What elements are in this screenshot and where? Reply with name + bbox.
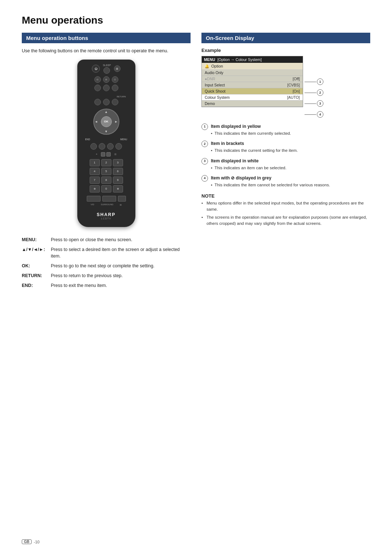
num-6: 6 — [113, 168, 123, 175]
ann-bullet-4: This indicates the item cannot be select… — [211, 182, 370, 188]
menu-label: MENU — [120, 138, 127, 141]
osd-row-audio: Audio Only — [202, 70, 303, 76]
dpad-up: ▲ — [105, 110, 108, 114]
osd-option-icon: 🔔 — [205, 64, 209, 68]
note-bullets: Menu options differ in the selected inpu… — [201, 200, 370, 227]
ann-title-3: Item displayed in white — [211, 158, 370, 164]
osd-row-input: Input Select [CVBS] — [202, 82, 303, 88]
num-special-right: ⊕ — [113, 185, 123, 193]
button-desc-row: OK: Press to go to the next step or comp… — [22, 261, 191, 271]
remote-image: ⏻ SLEEP ⊞ ⊟ ⊞ — [22, 60, 191, 227]
callout-3: 3 — [305, 100, 323, 107]
num-7: 7 — [90, 177, 100, 184]
note-title: NOTE — [201, 193, 370, 199]
callout-area: 1 2 3 4 — [305, 78, 323, 118]
osd-row-dnr-label: ●DNR — [205, 77, 215, 81]
btn-label: OK: — [22, 261, 51, 271]
button-desc-row: ▲/▼/◄/►: Press to select a desired item … — [22, 245, 191, 262]
callout-circle-4: 4 — [317, 111, 323, 118]
callout-circle-1: 1 — [317, 78, 323, 85]
osd-row-qs-label: Quick Shoot — [205, 89, 225, 93]
end-menu-row: END MENU — [82, 138, 130, 141]
power-button: ⏻ — [92, 65, 100, 73]
page-title: Menu operations — [22, 15, 370, 26]
callout-1: 1 — [305, 78, 323, 85]
bottom-label-1: V/D — [91, 203, 94, 206]
num-4: 4 — [90, 168, 100, 175]
num-1: 1 — [90, 159, 100, 166]
ann-circle-3: 3 — [201, 158, 208, 165]
annotation-item: 4 Item with ⊘ displayed in grey This ind… — [201, 175, 370, 188]
vol-row: + ⊞ — [96, 152, 117, 157]
osd-row-dnr-value: [Off] — [293, 77, 300, 81]
return-button — [94, 99, 101, 105]
bottom-label-surround: SURROUND — [101, 203, 114, 206]
osd-rows: Audio Only ●DNR [Off] Input Select [CVBS… — [202, 70, 303, 107]
button-desc-row: END: Press to exit the menu item. — [22, 281, 191, 291]
btn-description: Press to exit the menu item. — [51, 281, 191, 291]
osd-row-colour-label: Colour System — [205, 95, 230, 100]
btn-label: END: — [22, 281, 51, 291]
btn-label: MENU: — [22, 235, 51, 245]
osd-row-dnr: ●DNR [Off] — [202, 76, 303, 82]
footer-badge: GB — [22, 539, 32, 544]
osd-row-demo-label: Demo — [205, 101, 215, 106]
button-descriptions: MENU: Press to open or close the menu sc… — [22, 235, 191, 291]
btn-description: Press to return to the previous step. — [51, 271, 191, 281]
btn-a: ⊟ — [94, 76, 101, 83]
ann-circle-4: 4 — [201, 175, 208, 182]
intro-text: Use the following buttons on the remote … — [22, 48, 191, 54]
right-column: On-Screen Display Example MENU [Option →… — [201, 33, 370, 290]
right-section-header: On-Screen Display — [201, 33, 370, 43]
button-desc-row: RETURN: Press to return to the previous … — [22, 271, 191, 281]
num-3: 3 — [113, 159, 123, 166]
ann-bullet-3: This indicates an item can be selected. — [211, 165, 370, 171]
ann-bullet-1: This indicates the item currently select… — [211, 130, 370, 137]
sharp-logo: SHARP — [97, 212, 115, 217]
footer-page: -10 — [34, 540, 40, 544]
note-bullet-1: Menu options differ in the selected inpu… — [201, 200, 370, 213]
osd-row-colour: Colour System [AUTO] — [202, 94, 303, 101]
callout-4: 4 — [305, 111, 323, 118]
osd-display: MENU [Option → Colour System] 🔔 Option A… — [201, 56, 370, 118]
note-section: NOTE Menu options differ in the selected… — [201, 193, 370, 227]
btn-description: Press to go to the next step or complete… — [51, 261, 191, 271]
btn-k — [107, 143, 114, 150]
annotation-item: 1 Item displayed in yellow This indicate… — [201, 123, 370, 137]
number-grid: 1 2 3 4 5 6 7 8 9 ⊕ 0 ⊕ — [90, 159, 123, 193]
num-2: 2 — [101, 159, 111, 166]
dpad: OK ▲ ▼ ◄ ► — [93, 109, 119, 135]
dpad-down: ▼ — [105, 130, 108, 133]
ok-button: OK — [101, 116, 112, 127]
osd-menu-bar: MENU [Option → Colour System] — [202, 56, 303, 63]
ann-title-4: Item with ⊘ displayed in grey — [211, 175, 370, 181]
osd-option-row: 🔔 Option — [202, 63, 303, 70]
num-9: 9 — [113, 177, 123, 184]
bottom-label-3: ⊞ — [120, 203, 122, 206]
note-bullet-2: The screens in the operation manual are … — [201, 214, 370, 227]
btn-description: Press to select a desired item on the sc… — [51, 245, 191, 262]
callout-circle-3: 3 — [317, 100, 323, 107]
btn-e — [103, 85, 110, 91]
ann-circle-1: 1 — [201, 123, 208, 130]
osd-row-qs-value: [On] — [293, 89, 300, 93]
ann-title-2: Item in brackets — [211, 140, 370, 147]
end-label: END — [85, 138, 90, 141]
example-label: Example — [201, 48, 370, 53]
bottom-btn-2 — [102, 196, 116, 202]
osd-box: MENU [Option → Colour System] 🔔 Option A… — [201, 56, 303, 107]
osd-row-audio-label: Audio Only — [205, 70, 223, 75]
callout-2: 2 — [305, 89, 323, 96]
ann-title-1: Item displayed in yellow — [211, 123, 370, 130]
bottom-buttons-row — [87, 196, 126, 202]
btn-label: ▲/▼/◄/►: — [22, 245, 51, 262]
btn-i — [90, 143, 97, 150]
num-0: 0 — [101, 185, 111, 193]
left-column: Menu operation buttons Use the following… — [22, 33, 191, 290]
ann-bullet-2: This indicates the current setting for t… — [211, 147, 370, 154]
btn-l — [115, 143, 122, 150]
return-label: RETURN — [117, 96, 126, 98]
btn-f — [112, 85, 118, 91]
sleep-button — [103, 67, 110, 74]
annotation-item: 2 Item in brackets This indicates the cu… — [201, 140, 370, 154]
